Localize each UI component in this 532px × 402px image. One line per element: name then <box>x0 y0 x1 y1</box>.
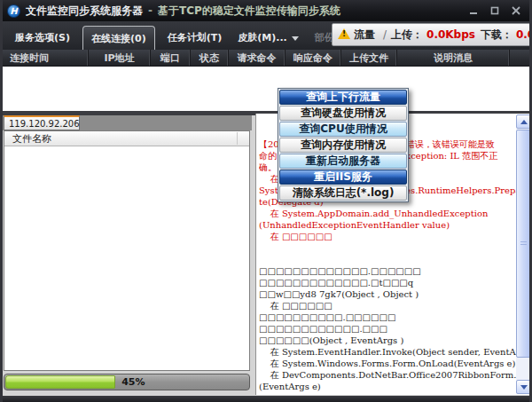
client-tab-strip: 119.120.92.206 <box>3 115 252 130</box>
download-value: 0.0Kbps <box>516 23 532 46</box>
scrollbar-thumb[interactable] <box>516 130 531 358</box>
arrow-down-icon <box>520 385 528 390</box>
file-name-header-label: 文件名称 <box>12 132 51 146</box>
menu-item-restart-server[interactable]: 重新启动服务器 <box>279 154 407 169</box>
chevron-down-icon <box>292 36 299 41</box>
window-subtitle: 基于TCP的稳定文件监控传输同步系统 <box>158 4 340 19</box>
traffic-label: 流量 <box>354 23 375 46</box>
app-logo-icon: H <box>7 4 20 18</box>
vertical-scrollbar[interactable] <box>516 114 531 394</box>
scroll-down-icon[interactable] <box>516 380 531 394</box>
download-label: 下载： <box>481 23 512 46</box>
column-header-upload-file[interactable]: 上传文件 <box>341 50 397 66</box>
tab-skin-label: 皮肤(M)... <box>238 32 287 43</box>
scroll-up-icon[interactable] <box>516 114 531 129</box>
menu-item-restart-iis[interactable]: 重启IIS服务 <box>279 169 407 185</box>
tab-skin[interactable]: 皮肤(M)... <box>230 26 307 50</box>
window-bottom-edge <box>0 396 532 402</box>
close-icon[interactable] <box>511 5 521 16</box>
connections-table-body[interactable] <box>3 66 529 111</box>
window-title-separator: - <box>148 4 153 17</box>
column-header-request-cmd[interactable]: 请求命令 <box>229 50 286 66</box>
minimize-icon[interactable] <box>468 5 479 16</box>
traffic-status-panel: 流量 / 上传： 0.0Kbps 下载： 0.0Kbps <box>332 23 532 46</box>
connections-table-header: 连接时间 IP地址 端口 状态 请求命令 响应命令 上传文件 说明消息 <box>3 50 529 66</box>
tab-service-options[interactable]: 服务选项(S) <box>7 26 78 50</box>
window-controls <box>468 5 532 16</box>
column-header-connect-time[interactable]: 连接时间 <box>3 50 89 66</box>
menu-item-query-memory-usage[interactable]: 查询内存使用情况 <box>279 138 407 153</box>
menu-item-clear-logs[interactable]: 清除系统日志(*.log) <box>279 185 407 201</box>
warning-triangle-icon <box>338 28 350 39</box>
tab-online-connections[interactable]: 在线连接(0) <box>82 26 155 50</box>
traffic-separator: / <box>383 23 387 46</box>
column-header-response-cmd[interactable]: 响应命令 <box>286 50 341 66</box>
ribbon-tab-bar: 服务选项(S) 在线连接(0) 任务计划(T) 皮肤(M)... 部份同步(B)… <box>0 21 532 50</box>
app-window: H 文件监控同步系统服务器 - 基于TCP的稳定文件监控传输同步系统 服务选项(… <box>0 0 532 402</box>
column-header-filler <box>510 50 529 66</box>
upload-label: 上传： <box>391 23 423 46</box>
column-header-status[interactable]: 状态 <box>191 50 229 66</box>
title-bar: H 文件监控同步系统服务器 - 基于TCP的稳定文件监控传输同步系统 <box>0 0 532 21</box>
file-list-panel[interactable]: 文件名称 <box>4 130 250 371</box>
tab-task-schedule[interactable]: 任务计划(T) <box>160 26 231 50</box>
menu-item-query-traffic[interactable]: 查询上下行流量 <box>279 90 407 105</box>
menu-item-query-cpu-usage[interactable]: 查询CPU使用情况 <box>279 122 407 137</box>
window-title: 文件监控同步系统服务器 <box>26 4 143 19</box>
menu-item-query-disk-usage[interactable]: 查询硬盘使用情况 <box>279 106 407 121</box>
context-menu: 查询上下行流量 查询硬盘使用情况 查询CPU使用情况 查询内存使用情况 重新启动… <box>278 88 409 202</box>
progress-label: 45% <box>121 376 145 388</box>
column-header-ip-address[interactable]: IP地址 <box>89 50 151 66</box>
file-list-header-separator <box>237 132 238 145</box>
upload-value: 0.0Kbps <box>426 23 475 46</box>
file-list-column-header[interactable]: 文件名称 <box>4 131 249 146</box>
progress-bar: 45% <box>4 374 250 390</box>
column-header-description[interactable]: 说明消息 <box>397 50 510 66</box>
arrow-up-icon <box>520 120 528 124</box>
column-header-port[interactable]: 端口 <box>151 50 191 66</box>
error-log-black-block: □□□□□□□□□□□□□.□□□□□□ □□□□□□□□□□□□□.□t□□□… <box>259 265 516 392</box>
progress-fill <box>5 375 115 389</box>
maximize-icon[interactable] <box>489 5 500 16</box>
client-ip-tab[interactable]: 119.120.92.206 <box>4 115 80 130</box>
